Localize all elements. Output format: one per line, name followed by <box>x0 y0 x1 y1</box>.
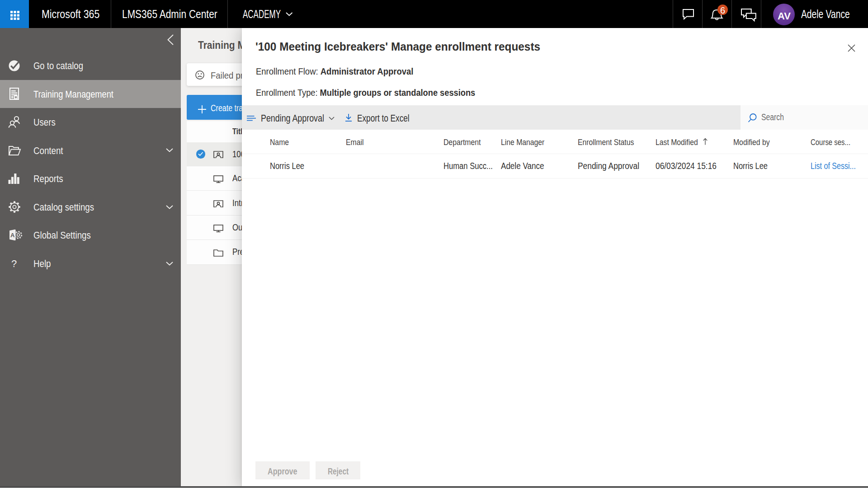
svg-text:A: A <box>10 232 15 239</box>
